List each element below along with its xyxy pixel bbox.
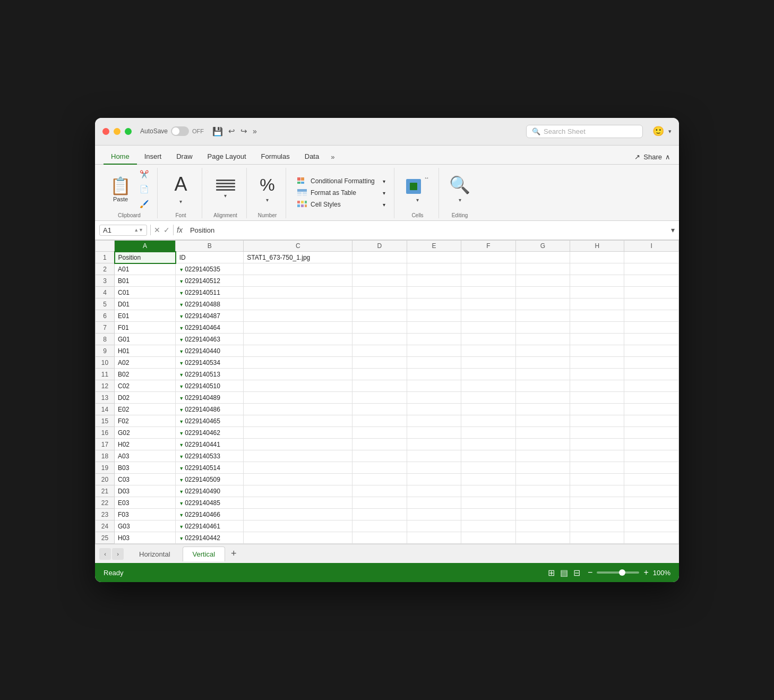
cell-c22[interactable] <box>244 497 352 509</box>
cell-c1[interactable]: STAT1_673-750_1.jpg <box>244 252 352 263</box>
cell-c10[interactable] <box>244 357 352 369</box>
cell-a4[interactable]: C01 <box>115 287 176 298</box>
cell-e18[interactable] <box>407 450 461 462</box>
cell-f15[interactable] <box>461 415 515 427</box>
normal-view-icon[interactable]: ⊞ <box>548 568 555 578</box>
cell-c12[interactable] <box>244 380 352 392</box>
undo-icon[interactable]: ↩ <box>228 126 235 136</box>
cell-d25[interactable] <box>352 532 407 544</box>
cell-e13[interactable] <box>407 392 461 404</box>
zoom-in-icon[interactable]: + <box>643 568 648 577</box>
cell-g25[interactable] <box>515 532 570 544</box>
cell-c7[interactable] <box>244 322 352 334</box>
cells-dropdown-icon[interactable]: ▾ <box>416 197 419 203</box>
tab-formulas[interactable]: Formulas <box>254 149 297 165</box>
cell-e3[interactable] <box>407 275 461 287</box>
cell-c8[interactable] <box>244 334 352 345</box>
formula-expand-icon[interactable]: ▾ <box>671 226 675 234</box>
cell-d23[interactable] <box>352 509 407 520</box>
cell-e15[interactable] <box>407 415 461 427</box>
cell-e6[interactable] <box>407 310 461 322</box>
cell-g12[interactable] <box>515 380 570 392</box>
cell-h17[interactable] <box>570 439 624 450</box>
col-header-C[interactable]: C <box>244 240 352 252</box>
cell-g5[interactable] <box>515 298 570 310</box>
cell-f18[interactable] <box>461 450 515 462</box>
tab-page-layout[interactable]: Page Layout <box>200 149 254 165</box>
col-header-H[interactable]: H <box>570 240 624 252</box>
cell-d12[interactable] <box>352 380 407 392</box>
cell-f13[interactable] <box>461 392 515 404</box>
cell-i21[interactable] <box>624 485 679 497</box>
cell-c21[interactable] <box>244 485 352 497</box>
more-icon[interactable]: » <box>253 127 257 135</box>
share-button[interactable]: ↗ Share ∧ <box>634 153 670 164</box>
cell-a14[interactable]: E02 <box>115 404 176 415</box>
cell-f11[interactable] <box>461 369 515 380</box>
page-layout-view-icon[interactable]: ▤ <box>560 568 568 578</box>
cell-f7[interactable] <box>461 322 515 334</box>
cell-g17[interactable] <box>515 439 570 450</box>
cell-a7[interactable]: F01 <box>115 322 176 334</box>
col-header-E[interactable]: E <box>407 240 461 252</box>
cell-e24[interactable] <box>407 520 461 532</box>
cell-reference[interactable]: A1 ▲▼ <box>99 225 147 236</box>
cell-e19[interactable] <box>407 462 461 474</box>
cell-b18[interactable]: ▼0229140533 <box>176 450 244 462</box>
cell-g10[interactable] <box>515 357 570 369</box>
zoom-out-icon[interactable]: − <box>588 568 592 577</box>
cell-g21[interactable] <box>515 485 570 497</box>
cell-a15[interactable]: F02 <box>115 415 176 427</box>
cell-f5[interactable] <box>461 298 515 310</box>
tab-draw[interactable]: Draw <box>169 149 200 165</box>
cell-a1[interactable]: Position <box>115 252 176 263</box>
cell-a5[interactable]: D01 <box>115 298 176 310</box>
cell-a12[interactable]: C02 <box>115 380 176 392</box>
tab-home[interactable]: Home <box>104 149 137 165</box>
close-button[interactable] <box>102 128 109 135</box>
cell-e8[interactable] <box>407 334 461 345</box>
cell-c5[interactable] <box>244 298 352 310</box>
cell-f10[interactable] <box>461 357 515 369</box>
cell-c24[interactable] <box>244 520 352 532</box>
cell-g8[interactable] <box>515 334 570 345</box>
cancel-formula-icon[interactable]: ✕ <box>154 226 160 234</box>
sheet-prev-button[interactable]: ‹ <box>99 548 111 560</box>
cell-a25[interactable]: H03 <box>115 532 176 544</box>
maximize-button[interactable] <box>125 128 132 135</box>
cell-d4[interactable] <box>352 287 407 298</box>
zoom-slider[interactable] <box>597 571 639 574</box>
col-header-F[interactable]: F <box>461 240 515 252</box>
cell-f23[interactable] <box>461 509 515 520</box>
sheet-tab-vertical[interactable]: Vertical <box>183 547 226 561</box>
cell-f17[interactable] <box>461 439 515 450</box>
cell-c9[interactable] <box>244 345 352 357</box>
cell-a8[interactable]: G01 <box>115 334 176 345</box>
format-painter-button[interactable]: 🖌️ <box>136 198 152 210</box>
cell-i17[interactable] <box>624 439 679 450</box>
cell-h14[interactable] <box>570 404 624 415</box>
cell-e4[interactable] <box>407 287 461 298</box>
cell-f3[interactable] <box>461 275 515 287</box>
cell-d1[interactable] <box>352 252 407 263</box>
cell-a10[interactable]: A02 <box>115 357 176 369</box>
cell-c3[interactable] <box>244 275 352 287</box>
cell-i8[interactable] <box>624 334 679 345</box>
cell-c13[interactable] <box>244 392 352 404</box>
more-tabs-icon[interactable]: » <box>326 150 339 164</box>
cell-f6[interactable] <box>461 310 515 322</box>
tab-data[interactable]: Data <box>297 149 326 165</box>
cell-a11[interactable]: B02 <box>115 369 176 380</box>
page-break-view-icon[interactable]: ⊟ <box>573 568 580 578</box>
cell-d16[interactable] <box>352 427 407 439</box>
cell-d10[interactable] <box>352 357 407 369</box>
cell-i14[interactable] <box>624 404 679 415</box>
cell-d15[interactable] <box>352 415 407 427</box>
cell-i6[interactable] <box>624 310 679 322</box>
cell-b14[interactable]: ▼0229140486 <box>176 404 244 415</box>
cell-h13[interactable] <box>570 392 624 404</box>
col-header-A[interactable]: A <box>115 240 176 252</box>
cell-c17[interactable] <box>244 439 352 450</box>
cell-e2[interactable] <box>407 263 461 275</box>
tab-insert[interactable]: Insert <box>137 149 169 165</box>
